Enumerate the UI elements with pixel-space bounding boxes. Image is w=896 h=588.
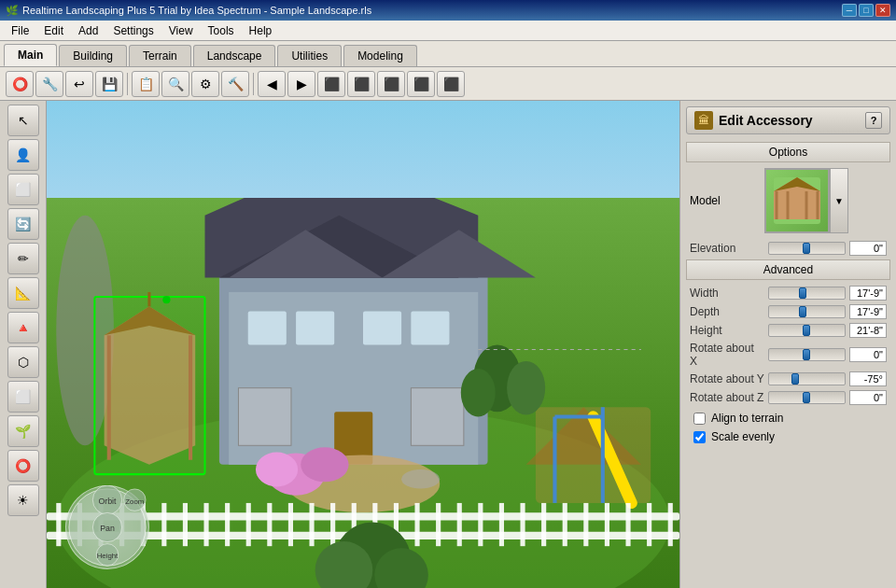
slider-thumb-2: [803, 325, 810, 336]
menu-item-settings[interactable]: Settings: [105, 22, 161, 39]
tab-landscape[interactable]: Landscape: [193, 45, 276, 66]
sidebar-btn-9[interactable]: 🌱: [7, 415, 39, 447]
svg-rect-59: [625, 503, 630, 546]
field-value-4[interactable]: [849, 371, 887, 386]
toolbar-btn-10[interactable]: ⬛: [317, 71, 345, 97]
svg-point-66: [301, 448, 348, 483]
field-label-1: Depth: [690, 305, 764, 318]
close-button[interactable]: ✕: [875, 4, 890, 17]
panel-header-icon: 🏛: [694, 111, 713, 130]
field-slider-5[interactable]: [768, 391, 846, 404]
svg-rect-56: [563, 503, 567, 546]
toolbar-btn-1[interactable]: 🔧: [35, 71, 63, 97]
toolbar-btn-2[interactable]: ↩: [65, 71, 93, 97]
slider-thumb-0: [799, 287, 806, 299]
model-preview: [764, 168, 830, 233]
toolbar-btn-13[interactable]: ⬛: [407, 71, 435, 97]
sidebar-btn-2[interactable]: ⬜: [7, 174, 39, 205]
field-value-5[interactable]: [849, 390, 887, 405]
toolbar-btn-5[interactable]: 🔍: [161, 71, 189, 97]
advanced-section: Advanced WidthDepthHeightRotate about XR…: [686, 259, 890, 446]
align-terrain-label: Align to terrain: [711, 412, 783, 425]
sidebar-btn-11[interactable]: ☀: [7, 484, 39, 516]
menu-item-help[interactable]: Help: [242, 22, 280, 39]
svg-rect-43: [288, 503, 293, 546]
advanced-header: Advanced: [686, 259, 890, 280]
sidebar-btn-4[interactable]: ✏: [7, 243, 39, 274]
tab-modeling[interactable]: Modeling: [343, 45, 417, 66]
align-terrain-checkbox[interactable]: [693, 413, 706, 425]
tab-utilities[interactable]: Utilities: [277, 45, 342, 66]
tab-building[interactable]: Building: [59, 45, 127, 66]
elevation-slider[interactable]: [768, 242, 846, 255]
toolbar-btn-6[interactable]: ⚙: [191, 71, 219, 97]
model-label: Model: [690, 194, 764, 207]
svg-text:Pan: Pan: [100, 524, 115, 533]
svg-rect-52: [478, 503, 483, 546]
tab-main[interactable]: Main: [4, 44, 57, 66]
field-row-3: Rotate about X: [686, 342, 890, 368]
maximize-button[interactable]: □: [859, 4, 874, 17]
svg-text:Height: Height: [97, 552, 119, 560]
field-value-1[interactable]: [849, 304, 887, 319]
sidebar-btn-1[interactable]: 👤: [7, 139, 39, 171]
svg-rect-45: [330, 503, 335, 546]
toolbar-btn-7[interactable]: 🔨: [221, 71, 249, 97]
field-slider-3[interactable]: [768, 348, 846, 361]
toolbar-btn-0[interactable]: ⭕: [6, 71, 34, 97]
toolbar-btn-14[interactable]: ⬛: [437, 71, 465, 97]
field-slider-1[interactable]: [768, 305, 846, 318]
field-label-4: Rotate about Y: [690, 372, 764, 385]
align-terrain-row: Align to terrain: [686, 409, 890, 427]
sidebar-btn-3[interactable]: 🔄: [7, 208, 39, 240]
model-dropdown-button[interactable]: ▼: [830, 168, 848, 233]
elevation-row: Elevation: [686, 241, 890, 256]
toolbar-btn-12[interactable]: ⬛: [377, 71, 405, 97]
accessory-icon: 🏛: [698, 114, 709, 127]
app-title: Realtime Landscaping Plus 5 Trial by Ide…: [22, 5, 371, 16]
sidebar-btn-8[interactable]: ⬜: [7, 381, 39, 413]
field-slider-0[interactable]: [768, 287, 846, 300]
viewport[interactable]: for(var i=0;i<30;i++) { // Can't do loop…: [47, 101, 679, 588]
sidebar-btn-10[interactable]: ⭕: [7, 450, 39, 482]
field-label-0: Width: [690, 287, 764, 300]
field-slider-4[interactable]: [768, 372, 846, 385]
toolbar-btn-4[interactable]: 📋: [132, 71, 160, 97]
tab-terrain[interactable]: Terrain: [129, 45, 191, 66]
field-value-0[interactable]: [849, 286, 887, 301]
field-label-3: Rotate about X: [690, 342, 764, 368]
field-value-3[interactable]: [849, 347, 887, 362]
toolbar-separator-4: [127, 73, 128, 95]
elevation-value[interactable]: [849, 241, 887, 256]
model-row: Model ▼: [686, 168, 890, 233]
toolbar-btn-8[interactable]: ◀: [258, 71, 286, 97]
field-slider-2[interactable]: [768, 324, 846, 337]
svg-rect-57: [583, 503, 588, 546]
panel-title: Edit Accessory: [719, 113, 860, 128]
menu-item-tools[interactable]: Tools: [201, 22, 242, 39]
sidebar-btn-6[interactable]: 🔺: [7, 312, 39, 343]
toolbar-btn-9[interactable]: ▶: [287, 71, 315, 97]
field-value-2[interactable]: [849, 323, 887, 338]
sidebar-btn-7[interactable]: ⬡: [7, 346, 39, 378]
sidebar-btn-5[interactable]: 📐: [7, 277, 39, 309]
svg-point-16: [401, 469, 440, 489]
sidebar-btn-0[interactable]: ↖: [7, 105, 39, 136]
minimize-button[interactable]: ─: [842, 4, 857, 17]
menu-item-add[interactable]: Add: [71, 22, 105, 39]
svg-rect-4: [248, 312, 287, 345]
toolbar-btn-11[interactable]: ⬛: [347, 71, 375, 97]
field-row-4: Rotate about Y: [686, 371, 890, 386]
menu-item-edit[interactable]: Edit: [36, 22, 71, 39]
help-button[interactable]: ?: [865, 112, 882, 129]
slider-thumb-1: [799, 306, 806, 317]
scale-evenly-checkbox[interactable]: [693, 431, 706, 443]
titlebar: 🌿 Realtime Landscaping Plus 5 Trial by I…: [0, 0, 896, 21]
svg-rect-58: [605, 503, 609, 546]
menu-item-view[interactable]: View: [161, 22, 201, 39]
toolbar-btn-3[interactable]: 💾: [95, 71, 123, 97]
menu-item-file[interactable]: File: [4, 22, 36, 39]
nav-compass[interactable]: Orbit Pan Zoom Height: [65, 485, 149, 569]
svg-rect-5: [296, 312, 334, 345]
svg-rect-37: [161, 503, 166, 546]
